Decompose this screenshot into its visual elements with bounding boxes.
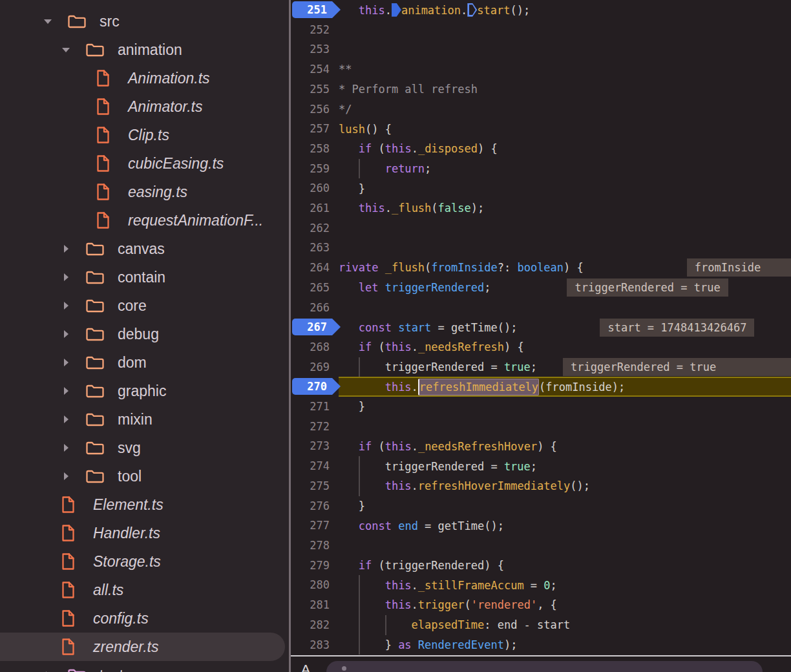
- line-number[interactable]: 268: [291, 337, 339, 357]
- chevron-right-icon[interactable]: [61, 244, 85, 254]
- breakpoint-flag[interactable]: 270: [291, 377, 339, 397]
- tree-item-handler-ts[interactable]: Handler.ts: [0, 519, 289, 547]
- file-icon: [61, 581, 81, 599]
- line-number[interactable]: 261: [291, 198, 339, 218]
- code-text: } as RenderedEvent);: [339, 638, 517, 651]
- folder-icon: [85, 269, 106, 286]
- chevron-right-icon[interactable]: [61, 300, 85, 311]
- tree-item-canvas[interactable]: canvas: [0, 235, 289, 263]
- line-number[interactable]: 274: [291, 456, 339, 476]
- tree-item-storage-ts[interactable]: Storage.ts: [0, 547, 289, 576]
- code-line-262: 262: [291, 218, 791, 238]
- code-line-264: 264rivate _flush(fromInside?: boolean) {…: [291, 258, 791, 278]
- tree-item-animator-ts[interactable]: Animator.ts: [0, 92, 289, 121]
- chevron-down-icon[interactable]: [61, 45, 85, 55]
- line-number[interactable]: 278: [291, 536, 339, 556]
- tree-item-element-ts[interactable]: Element.ts: [0, 490, 289, 519]
- code-line-267: 267 const start = getTime();start = 1748…: [291, 317, 791, 337]
- breakpoint-flag[interactable]: 251: [291, 0, 339, 20]
- code-line-272: 272: [291, 417, 791, 437]
- tree-item-zrender-ts[interactable]: zrender.ts: [0, 633, 285, 661]
- line-number[interactable]: 276: [291, 496, 339, 516]
- tree-item-label: mixin: [118, 411, 153, 428]
- file-icon: [96, 126, 116, 144]
- tree-item-debug[interactable]: debug: [0, 320, 289, 348]
- chevron-right-icon[interactable]: [61, 357, 85, 368]
- line-number[interactable]: 260: [291, 178, 339, 198]
- line-number[interactable]: 273: [291, 436, 339, 456]
- line-number[interactable]: 254: [291, 59, 339, 79]
- line-number[interactable]: 277: [291, 516, 339, 536]
- chevron-down-icon[interactable]: [43, 16, 67, 26]
- tree-item-core[interactable]: core: [0, 291, 289, 320]
- chevron-right-icon[interactable]: [61, 329, 85, 339]
- bottom-panel: A: [291, 656, 791, 672]
- tree-item-tool[interactable]: tool: [0, 462, 289, 490]
- line-number[interactable]: 259: [291, 159, 339, 179]
- tree-item-svg[interactable]: svg: [0, 434, 289, 462]
- tree-item-label: easing.ts: [128, 184, 187, 201]
- line-number[interactable]: 256: [291, 100, 339, 120]
- tree-item-graphic[interactable]: graphic: [0, 377, 289, 405]
- line-number[interactable]: 263: [291, 238, 339, 258]
- file-icon: [96, 183, 116, 201]
- line-number[interactable]: 262: [291, 218, 339, 238]
- tree-item-cubiceasing-ts[interactable]: cubicEasing.ts: [0, 149, 289, 178]
- step-into-target-icon[interactable]: [392, 3, 401, 17]
- debug-input-bar[interactable]: [326, 661, 763, 672]
- line-number[interactable]: 271: [291, 397, 339, 417]
- tree-item-animation[interactable]: animation: [0, 36, 289, 64]
- code-text: rivate _flush(fromInside?: boolean) {: [339, 261, 584, 274]
- app-window: srcanimationAnimation.tsAnimator.tsClip.…: [0, 0, 791, 672]
- line-number[interactable]: 282: [291, 615, 339, 635]
- chevron-right-icon[interactable]: [61, 386, 85, 396]
- tree-item-label: dom: [118, 354, 147, 372]
- tree-item-src[interactable]: src: [0, 7, 289, 36]
- tree-item-label: Element.ts: [93, 496, 163, 514]
- code-line-251: 251 this.animation.start();: [291, 0, 791, 20]
- tree-item-label: Clip.ts: [128, 127, 169, 144]
- folder-icon: [85, 326, 106, 342]
- line-number[interactable]: 266: [291, 298, 339, 318]
- code-line-278: 278: [291, 536, 791, 556]
- line-number[interactable]: 272: [291, 417, 339, 437]
- line-number[interactable]: 255: [291, 79, 339, 100]
- line-number[interactable]: 265: [291, 278, 339, 298]
- file-explorer: srcanimationAnimation.tsAnimator.tsClip.…: [0, 0, 289, 672]
- tree-item-clip-ts[interactable]: Clip.ts: [0, 121, 289, 149]
- step-into-target-outline-icon[interactable]: [467, 3, 477, 17]
- tree-item-label: config.ts: [93, 610, 149, 627]
- line-number[interactable]: 264: [291, 258, 339, 278]
- tree-item-all-ts[interactable]: all.ts: [0, 576, 289, 604]
- chevron-right-icon[interactable]: [61, 272, 85, 282]
- line-number[interactable]: 257: [291, 119, 339, 139]
- line-number[interactable]: 283: [291, 635, 339, 655]
- chevron-right-icon[interactable]: [61, 471, 85, 481]
- tree-item-requestanimationf-[interactable]: requestAnimationF...: [0, 206, 289, 235]
- debug-inline-value: triggerRendered = true: [567, 278, 728, 297]
- code-line-271: 271 }: [291, 397, 791, 417]
- chevron-right-icon[interactable]: [61, 414, 85, 425]
- code-text: if (this._needsRefreshHover) {: [339, 440, 557, 453]
- breakpoint-flag[interactable]: 267: [291, 317, 339, 337]
- line-number[interactable]: 269: [291, 357, 339, 377]
- tree-item-dom[interactable]: dom: [0, 348, 289, 377]
- chevron-right-icon[interactable]: [61, 443, 85, 453]
- tree-item-config-ts[interactable]: config.ts: [0, 604, 289, 633]
- tree-item-contain[interactable]: contain: [0, 263, 289, 291]
- tree-item-easing-ts[interactable]: easing.ts: [0, 178, 289, 206]
- tree-item-test[interactable]: test: [0, 661, 289, 672]
- line-number[interactable]: 253: [291, 39, 339, 59]
- code-text: const start = getTime();: [339, 321, 517, 334]
- tree-item-animation-ts[interactable]: Animation.ts: [0, 64, 289, 92]
- tree-item-mixin[interactable]: mixin: [0, 405, 289, 434]
- line-number[interactable]: 281: [291, 595, 339, 615]
- line-number[interactable]: 252: [291, 20, 339, 40]
- line-number[interactable]: 275: [291, 476, 339, 496]
- line-number[interactable]: 280: [291, 575, 339, 595]
- code-line-269: 269 triggerRendered = true;triggerRender…: [291, 357, 791, 377]
- code-editor[interactable]: 251 this.animation.start();252253254**25…: [291, 0, 791, 672]
- line-number[interactable]: 279: [291, 556, 339, 576]
- line-number[interactable]: 258: [291, 139, 339, 159]
- code-text: }: [339, 400, 365, 413]
